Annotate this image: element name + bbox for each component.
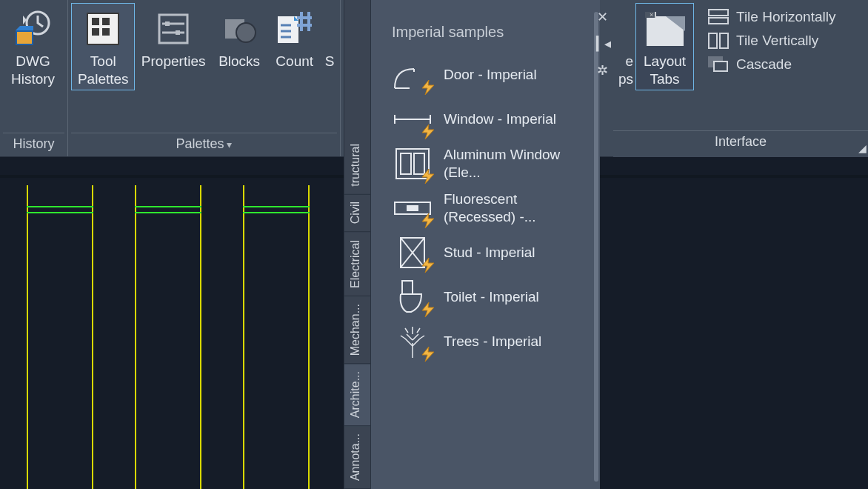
properties-label: Properties (141, 53, 206, 70)
cascade-label: Cascade (736, 56, 792, 73)
palette-item-aluminum-window[interactable]: Aluminum Window (Ele... (371, 142, 600, 186)
layout-tabs-icon: × (644, 8, 686, 50)
palette-item-label: Window - Imperial (444, 110, 556, 128)
cut-button-eps[interactable]: eps (613, 3, 635, 93)
svg-rect-7 (92, 28, 99, 36)
dwg-history-icon (13, 8, 54, 50)
tool-palette: Annota... Archite... Mechan... Electrica… (344, 0, 600, 489)
svg-marker-53 (422, 302, 434, 317)
count-label: Count (276, 53, 313, 70)
svg-rect-9 (159, 15, 187, 43)
ribbon-right-visible: eps × Layout Tabs (613, 3, 696, 129)
cut-eps-icon (615, 8, 633, 50)
svg-rect-11 (165, 21, 170, 26)
svg-rect-13 (176, 30, 180, 35)
tool-palette-body: Imperial samples Door - Imperial Window … (370, 0, 600, 489)
toilet-icon (392, 279, 433, 315)
svg-rect-30 (709, 10, 728, 16)
panel-interface-title: Interface (613, 130, 868, 157)
panel-expander-icon[interactable]: ◢ (858, 142, 867, 154)
svg-marker-2 (16, 26, 33, 30)
tile-v-label: Tile Vertically (736, 33, 818, 49)
palette-item-window[interactable]: Window - Imperial (371, 97, 600, 142)
svg-rect-42 (401, 153, 411, 174)
dwg-history-button[interactable]: DWG History (3, 3, 63, 90)
close-icon[interactable]: ✕ (597, 9, 608, 25)
svg-rect-35 (714, 61, 727, 71)
panel-interface-body: Tile Horizontally Tile Vertically Cascad… (701, 3, 867, 129)
dwg-history-label: DWG History (11, 53, 55, 88)
svg-marker-51 (422, 258, 434, 273)
svg-marker-36 (422, 80, 434, 95)
stud-icon (392, 235, 433, 270)
tile-horizontal-icon (708, 9, 729, 25)
palette-item-door[interactable]: Door - Imperial (371, 53, 600, 97)
tile-horizontally[interactable]: Tile Horizontally (705, 7, 862, 27)
svg-marker-44 (422, 169, 434, 184)
count-icon (274, 8, 316, 50)
svg-text:×: × (650, 11, 653, 19)
cascade-icon (708, 56, 729, 73)
panel-palettes: Tool Palettes Properties (68, 0, 341, 156)
cut-icon (325, 8, 334, 50)
palette-item-stud[interactable]: Stud - Imperial (371, 230, 600, 275)
palette-tab-civil[interactable]: Civil (344, 194, 370, 232)
svg-rect-33 (720, 33, 728, 48)
palette-item-label: Door - Imperial (444, 66, 537, 84)
svg-marker-54 (422, 347, 434, 362)
tile-vertically[interactable]: Tile Vertically (705, 31, 862, 50)
svg-rect-3 (17, 32, 32, 44)
palette-tab-architectural[interactable]: Archite... (344, 364, 370, 426)
tool-palettes-button[interactable]: Tool Palettes (71, 3, 135, 90)
aluminum-window-icon (392, 146, 433, 182)
svg-rect-6 (102, 18, 110, 25)
menu-gear-icon[interactable]: ✲ (597, 62, 608, 79)
window-icon (392, 102, 433, 137)
palette-item-toilet[interactable]: Toilet - Imperial (371, 275, 600, 319)
fluorescent-icon (392, 190, 433, 226)
properties-icon (153, 8, 194, 50)
svg-marker-47 (422, 213, 434, 228)
door-icon (392, 57, 433, 93)
palette-item-fluorescent[interactable]: Fluorescent (Recessed) -... (371, 186, 600, 230)
svg-rect-31 (709, 18, 728, 24)
svg-rect-32 (709, 33, 717, 48)
count-button[interactable]: Count (267, 3, 322, 73)
palette-tab-structural[interactable]: tructural (344, 136, 370, 195)
svg-rect-52 (402, 281, 413, 294)
trees-icon (392, 324, 433, 359)
svg-marker-40 (422, 124, 434, 139)
cut-ribbon-button-s[interactable]: S (322, 3, 337, 73)
palette-tab-annotation[interactable]: Annota... (344, 426, 370, 489)
palette-tab-electrical[interactable]: Electrical (344, 233, 370, 296)
svg-rect-8 (102, 28, 110, 36)
svg-rect-46 (407, 205, 418, 211)
palette-item-trees[interactable]: Trees - Imperial (371, 319, 600, 364)
palette-item-label: Trees - Imperial (444, 333, 541, 350)
palette-tab-mechanical[interactable]: Mechan... (344, 296, 370, 364)
dock-icon[interactable]: ▎◂ (596, 36, 609, 52)
tile-vertical-icon (708, 33, 729, 49)
panel-palettes-title[interactable]: Palettes (71, 133, 337, 156)
palette-item-label: Toilet - Imperial (444, 288, 539, 306)
tool-palettes-label: Tool Palettes (78, 53, 129, 88)
layout-tabs-label: Layout Tabs (644, 53, 686, 88)
palette-item-label: Stud - Imperial (444, 244, 535, 262)
palette-item-label: Fluorescent (Recessed) -... (444, 190, 562, 226)
blocks-label: Blocks (218, 53, 260, 70)
svg-point-15 (236, 23, 256, 42)
cascade[interactable]: Cascade (705, 55, 862, 74)
panel-history-title: History (3, 133, 64, 156)
blocks-button[interactable]: Blocks (212, 3, 267, 73)
tool-palette-title: Imperial samples (371, 0, 600, 53)
svg-rect-5 (92, 18, 99, 25)
palette-item-label: Aluminum Window (Ele... (444, 146, 562, 182)
panel-history: DWG History History (0, 0, 68, 156)
properties-button[interactable]: Properties (135, 3, 211, 73)
tool-palettes-icon (82, 8, 124, 50)
tool-palette-tabs: Annota... Archite... Mechan... Electrica… (344, 0, 370, 489)
layout-tabs-button[interactable]: × Layout Tabs (635, 3, 694, 90)
blocks-icon (218, 8, 260, 50)
tool-palette-scrollbar[interactable] (594, 12, 598, 482)
tile-h-label: Tile Horizontally (736, 9, 835, 25)
